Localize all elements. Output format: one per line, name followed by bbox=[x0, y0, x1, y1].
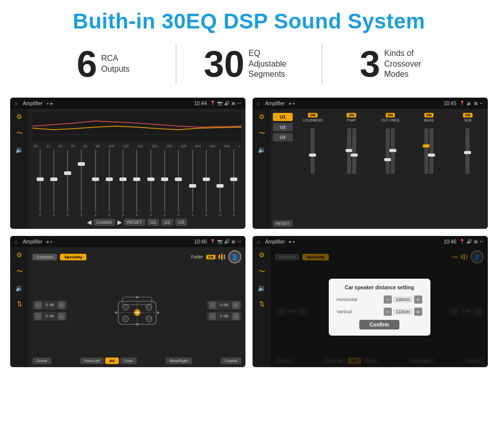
back-icon-2: ↩ bbox=[480, 101, 484, 106]
eq-slider-7[interactable]: 0 bbox=[131, 150, 143, 217]
fader-on-badge-3: ON bbox=[206, 255, 216, 259]
app-name-4: Amplifier bbox=[265, 239, 285, 245]
eq-volume-icon[interactable]: 🔉 bbox=[15, 146, 23, 154]
driver-button-3[interactable]: Driver bbox=[33, 357, 51, 364]
confirm-button[interactable]: Confirm bbox=[359, 320, 399, 330]
preset-u3-button[interactable]: U3 bbox=[273, 133, 293, 141]
eq-slider-13[interactable]: -1 bbox=[213, 150, 226, 217]
stat-rca-label: RCA Outputs bbox=[101, 53, 130, 75]
sp-arrows-icon[interactable]: ⇅ bbox=[17, 300, 22, 308]
eq-slider-9[interactable]: 0 bbox=[158, 150, 171, 217]
amp2-tune-icon[interactable]: ⚙ bbox=[259, 113, 265, 121]
eq-slider-3[interactable]: 5 bbox=[75, 150, 88, 217]
camera-icon-3: 📷 bbox=[217, 239, 223, 244]
loudness-label: LOUDNESS bbox=[303, 118, 323, 122]
svg-point-14 bbox=[146, 316, 152, 322]
eq-slider-5[interactable]: 0 bbox=[103, 150, 115, 217]
amp2-wave-icon[interactable]: 〜 bbox=[259, 129, 265, 138]
amp2-reset-button[interactable]: RESET bbox=[273, 220, 293, 227]
db-minus-rl[interactable]: − bbox=[35, 313, 42, 320]
rearleft-button-3[interactable]: RearLeft bbox=[80, 357, 104, 364]
eq-custom-button[interactable]: Custom bbox=[94, 219, 115, 226]
volume-icon-3: 🔊 bbox=[224, 239, 230, 244]
db-plus-fl[interactable]: + bbox=[58, 302, 65, 309]
freq-25: 25 bbox=[34, 144, 38, 148]
status-icons-1: 📍 📷 🔊 ▣ ↩ bbox=[210, 101, 241, 106]
eq-u2-button[interactable]: U2 bbox=[161, 219, 173, 226]
eq-slider-14[interactable]: 0 bbox=[228, 150, 240, 217]
stat-eq: 30 EQ Adjustable Segments bbox=[176, 46, 322, 82]
eq-u3-button[interactable]: U3 bbox=[175, 219, 188, 226]
amp2-volume-icon[interactable]: 🔉 bbox=[258, 146, 266, 154]
time-2: 10:45 bbox=[444, 101, 456, 106]
eq-freq-labels: 25 32 40 50 63 80 100 125 160 200 250 32… bbox=[33, 144, 241, 148]
dlg-sidebar: ⚙ 〜 🔉 ⇅ bbox=[253, 247, 271, 367]
dlg-arrows-icon[interactable]: ⇅ bbox=[259, 300, 265, 308]
eq-slider-12[interactable]: 0 bbox=[200, 150, 212, 217]
stat-crossover: 3 Kinds of Crossover Modes bbox=[322, 46, 468, 82]
eq-reset-button[interactable]: RESET bbox=[124, 219, 145, 226]
sp-content: Common Specialty Fader ON 👤 bbox=[28, 247, 245, 367]
db-minus-fl[interactable]: − bbox=[35, 302, 42, 309]
db-minus-fr[interactable]: − bbox=[209, 302, 216, 309]
status-icons-3: 📍 📷 🔊 ▣ ↩ bbox=[210, 239, 241, 244]
freq-630: 630 bbox=[224, 144, 230, 148]
eq-wave-icon[interactable]: 〜 bbox=[16, 129, 23, 138]
rearleft-button-b3[interactable]: RearRight bbox=[166, 357, 192, 364]
eq-play-button[interactable]: ▶ bbox=[117, 219, 122, 226]
eq-content: 25 32 40 50 63 80 100 125 160 200 250 32… bbox=[28, 109, 245, 229]
tab-common-button-3[interactable]: Common bbox=[33, 254, 57, 260]
eq-slider-10[interactable]: 0 bbox=[172, 150, 185, 217]
vertical-minus-button[interactable]: − bbox=[384, 308, 392, 316]
eq-slider-0[interactable]: 0 bbox=[34, 150, 46, 217]
freq-250: 250 bbox=[166, 144, 172, 148]
preset-u2-button[interactable]: U2 bbox=[273, 123, 293, 131]
db-plus-rl[interactable]: + bbox=[58, 313, 65, 320]
copilot-button-3[interactable]: Copilot bbox=[221, 357, 241, 364]
horizontal-minus-button[interactable]: − bbox=[384, 295, 392, 304]
time-1: 10:44 bbox=[194, 101, 207, 106]
dlg-tune-icon[interactable]: ⚙ bbox=[259, 251, 265, 259]
app-name-1: Amplifier bbox=[23, 101, 43, 106]
svg-marker-20 bbox=[135, 323, 139, 326]
eq-sidebar: ⚙ 〜 🔉 bbox=[10, 109, 28, 229]
sp-volume-icon[interactable]: 🔉 bbox=[15, 284, 23, 292]
dlg-volume-icon[interactable]: 🔉 bbox=[258, 284, 266, 292]
page-title: Buith-in 30EQ DSP Sound System bbox=[0, 0, 498, 39]
dlg-wave-icon[interactable]: 〜 bbox=[259, 267, 265, 276]
phat-label: PHAT bbox=[347, 118, 356, 122]
sub-on-badge: ON bbox=[463, 113, 473, 117]
db-minus-rr[interactable]: − bbox=[209, 313, 216, 320]
freq-63: 63 bbox=[83, 144, 87, 148]
eq-slider-11[interactable]: -1 bbox=[186, 150, 199, 217]
horizontal-plus-button[interactable]: + bbox=[414, 295, 422, 304]
fader-bar-2 bbox=[221, 254, 223, 260]
db-row-rear-right: − 0 dB + bbox=[207, 312, 241, 321]
tab-specialty-button-3[interactable]: Specialty bbox=[60, 254, 86, 260]
avatar-icon-3: 👤 bbox=[228, 250, 241, 263]
eq-prev-button[interactable]: ◀ bbox=[87, 219, 91, 226]
sp-tune-icon[interactable]: ⚙ bbox=[16, 251, 22, 259]
all-button-3[interactable]: All bbox=[105, 357, 118, 364]
eq-slider-1[interactable]: 0 bbox=[47, 150, 60, 217]
eq-tune-icon[interactable]: ⚙ bbox=[16, 113, 22, 121]
eq-slider-2[interactable]: 0 bbox=[61, 150, 74, 217]
eq-u1-button[interactable]: U1 bbox=[147, 219, 160, 226]
eq-slider-6[interactable]: 0 bbox=[117, 150, 130, 217]
vertical-plus-button[interactable]: + bbox=[414, 308, 422, 316]
preset-u1-button[interactable]: U1 bbox=[273, 113, 293, 121]
eq-slider-8[interactable]: 0 bbox=[144, 150, 157, 217]
eq-slider-4[interactable]: 0 bbox=[89, 150, 102, 217]
db-plus-rr[interactable]: + bbox=[232, 313, 239, 320]
location-icon-1: 📍 bbox=[210, 101, 215, 106]
stat-rca-number: 6 bbox=[77, 46, 97, 82]
status-bar-3: ⌂ Amplifier ■ ● 10:46 📍 📷 🔊 ▣ ↩ bbox=[10, 236, 245, 247]
svg-point-10 bbox=[146, 304, 152, 310]
freq-320: 320 bbox=[180, 144, 186, 148]
freq-160: 160 bbox=[137, 144, 143, 148]
cutfreq-label: CUT FREQ bbox=[381, 118, 399, 122]
db-plus-fr[interactable]: + bbox=[232, 302, 239, 309]
eq-main: ⚙ 〜 🔉 bbox=[10, 109, 245, 229]
user-button-3[interactable]: User bbox=[120, 357, 137, 364]
sp-wave-icon[interactable]: 〜 bbox=[16, 267, 23, 276]
